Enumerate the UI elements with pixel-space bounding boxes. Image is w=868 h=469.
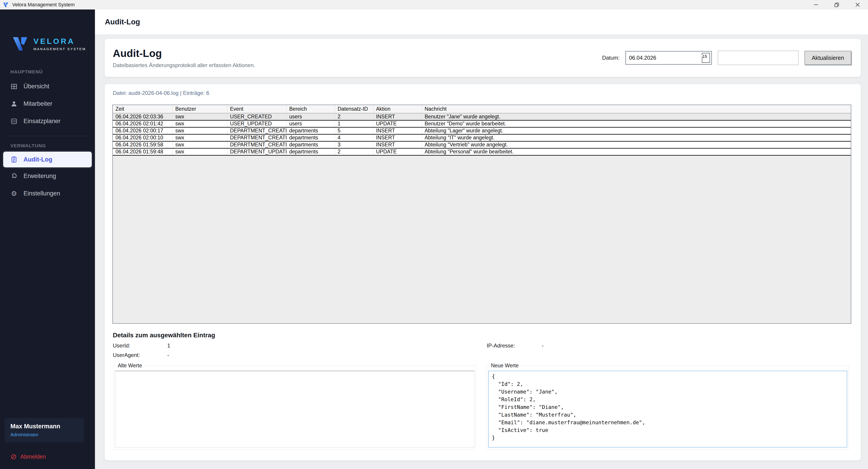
column-header[interactable]: Bereich	[286, 105, 335, 113]
table-cell[interactable]: 06.04.2026 02:01:42	[113, 120, 173, 127]
grid-icon	[10, 83, 18, 90]
ip-label: IP-Adresse:	[487, 342, 515, 349]
table-cell[interactable]: USER_CREATED	[227, 113, 286, 120]
table-cell[interactable]: USER_UPDATED	[227, 120, 286, 127]
table-cell[interactable]: 4	[335, 134, 373, 141]
table-cell[interactable]: DEPARTMENT_CREATED	[227, 141, 286, 148]
table-row[interactable]: 06.04.2026 02:03:36swxUSER_CREATEDusers2…	[113, 113, 851, 120]
old-values-textarea[interactable]	[115, 371, 474, 447]
table-cell[interactable]: departments	[286, 141, 335, 148]
table-cell[interactable]: swx	[173, 127, 227, 134]
date-label: Datum:	[602, 55, 620, 61]
table-cell[interactable]: INSERT	[373, 134, 422, 141]
column-header[interactable]: Nachricht	[422, 105, 851, 113]
sidebar-divider	[4, 136, 90, 136]
new-values-textarea[interactable]: { "Id": 2, "Username": "Jane", "RoleId":…	[488, 371, 847, 447]
sidebar-item-label: Mitarbeiter	[24, 100, 53, 107]
table-cell[interactable]: departments	[286, 148, 335, 155]
old-values-label: Alte Werte	[116, 363, 144, 369]
window-titlebar: Velora Management System	[0, 0, 868, 9]
table-row[interactable]: 06.04.2026 02:00:10swxDEPARTMENT_CREATED…	[113, 134, 851, 141]
table-cell[interactable]: 06.04.2026 02:00:10	[113, 134, 173, 141]
sidebar-item-einstellungen[interactable]: ⚙ Einstellungen	[0, 185, 95, 202]
table-cell[interactable]: 2	[335, 113, 373, 120]
sidebar-item-label: Einstellungen	[24, 190, 60, 197]
table-cell[interactable]: INSERT	[373, 141, 422, 148]
date-input[interactable]: 06.04.2026 15	[625, 51, 712, 65]
restore-icon	[834, 2, 840, 8]
brand-tagline: MANAGEMENT SYSTEM	[33, 47, 86, 51]
minimize-button[interactable]	[806, 0, 827, 9]
table-cell[interactable]: Benutzer "Jane" wurde angelegt.	[422, 113, 851, 120]
calendar-picker-icon[interactable]: 15	[702, 53, 710, 63]
audit-table[interactable]: ZeitBenutzerEventBereichDatensatz-IDAkti…	[112, 105, 851, 324]
calendar-day: 15	[702, 54, 707, 59]
table-cell[interactable]: Abteilung "Vertrieb" wurde angelegt.	[422, 141, 851, 148]
table-cell[interactable]: 3	[335, 141, 373, 148]
table-cell[interactable]: 5	[335, 127, 373, 134]
table-cell[interactable]: departments	[286, 127, 335, 134]
page-title: Audit-Log	[113, 47, 255, 59]
sidebar-item-uebersicht[interactable]: Übersicht	[0, 78, 95, 95]
table-cell[interactable]: 1	[335, 120, 373, 127]
close-icon	[855, 2, 861, 8]
table-cell[interactable]: Benutzer "Demo" wurde bearbeitet.	[422, 120, 851, 127]
new-values-label: Neue Werte	[489, 363, 520, 369]
puzzle-icon	[10, 173, 18, 180]
table-cell[interactable]: 06.04.2026 01:59:48	[113, 148, 173, 155]
table-cell[interactable]: 06.04.2026 01:59:58	[113, 141, 173, 148]
restore-button[interactable]	[827, 0, 847, 9]
sidebar-item-mitarbeiter[interactable]: Mitarbeiter	[0, 95, 95, 112]
close-button[interactable]	[847, 0, 868, 9]
table-cell[interactable]: DEPARTMENT_UPDATED	[227, 148, 286, 155]
table-cell[interactable]: UPDATE	[373, 148, 422, 155]
filter-input[interactable]	[718, 51, 799, 65]
sidebar-item-erweiterung[interactable]: Erweiterung	[0, 167, 95, 185]
table-cell[interactable]: Abteilung "Lager" wurde angelegt.	[422, 127, 851, 134]
logout-button[interactable]: Abmelden	[10, 454, 46, 460]
table-row[interactable]: 06.04.2026 02:01:42swxUSER_UPDATEDusers1…	[113, 120, 851, 127]
table-cell[interactable]: Abteilung "Personal" wurde bearbeitet.	[422, 148, 851, 155]
userid-label: UserId:	[113, 342, 130, 349]
table-cell[interactable]: 2	[335, 148, 373, 155]
sidebar-item-einsatzplaner[interactable]: Einsatzplaner	[0, 112, 95, 130]
user-name: Max Mustermann	[10, 423, 78, 430]
table-cell[interactable]: swx	[173, 134, 227, 141]
new-values-groupbox: Neue Werte { "Id": 2, "Username": "Jane"…	[487, 366, 849, 449]
gear-icon: ⚙	[10, 190, 18, 197]
table-cell[interactable]: users	[286, 113, 335, 120]
details-heading: Details zum ausgewählten Eintrag	[113, 332, 215, 339]
table-cell[interactable]: departments	[286, 134, 335, 141]
sidebar-item-audit-log[interactable]: Audit-Log	[3, 152, 92, 167]
table-row[interactable]: 06.04.2026 02:00:17swxDEPARTMENT_CREATED…	[113, 127, 851, 134]
table-cell[interactable]: DEPARTMENT_CREATED	[227, 127, 286, 134]
audit-table-header-row: ZeitBenutzerEventBereichDatensatz-IDAkti…	[113, 105, 851, 113]
column-header[interactable]: Aktion	[373, 105, 422, 113]
table-cell[interactable]: users	[286, 120, 335, 127]
table-cell[interactable]: DEPARTMENT_CREATED	[227, 134, 286, 141]
table-row[interactable]: 06.04.2026 01:59:48swxDEPARTMENT_UPDATED…	[113, 148, 851, 155]
userid-value: 1	[167, 342, 170, 349]
column-header[interactable]: Zeit	[113, 105, 173, 113]
table-cell[interactable]: swx	[173, 148, 227, 155]
table-cell[interactable]: INSERT	[373, 127, 422, 134]
logout-label: Abmelden	[20, 454, 46, 460]
block-icon	[10, 454, 17, 460]
column-header[interactable]: Event	[227, 105, 286, 113]
table-cell[interactable]: UPDATE	[373, 120, 422, 127]
column-header[interactable]: Benutzer	[173, 105, 227, 113]
table-cell[interactable]: swx	[173, 141, 227, 148]
file-info: Datei: audit-2026-04-06.log | Einträge: …	[113, 90, 209, 96]
section-hauptmenu: HAUPTMENÜ	[10, 69, 95, 74]
brand-name: VELORA	[33, 37, 86, 46]
table-cell[interactable]: INSERT	[373, 113, 422, 120]
table-cell[interactable]: 06.04.2026 02:03:36	[113, 113, 173, 120]
refresh-button[interactable]: Aktualisieren	[804, 51, 851, 65]
column-header[interactable]: Datensatz-ID	[335, 105, 373, 113]
table-cell[interactable]: 06.04.2026 02:00:17	[113, 127, 173, 134]
table-cell[interactable]: swx	[173, 120, 227, 127]
table-row[interactable]: 06.04.2026 01:59:58swxDEPARTMENT_CREATED…	[113, 141, 851, 148]
table-cell[interactable]: swx	[173, 113, 227, 120]
page-header-card: Audit-Log Dateibasiertes Änderungsprotok…	[105, 39, 861, 77]
table-cell[interactable]: Abteilung "IT" wurde angelegt.	[422, 134, 851, 141]
